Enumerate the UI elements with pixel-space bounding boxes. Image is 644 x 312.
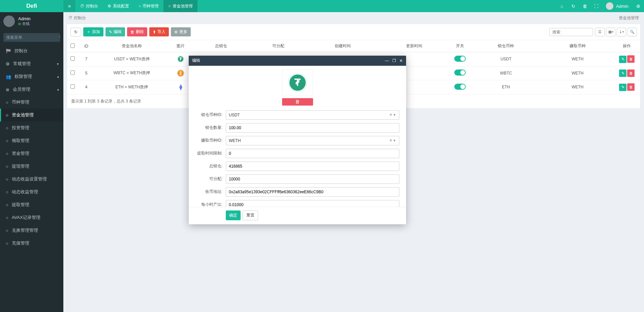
- table-header[interactable]: 开关: [450, 40, 470, 52]
- chevron-down-icon[interactable]: ▾: [393, 113, 396, 117]
- row-edit-button[interactable]: ✎: [619, 69, 626, 77]
- withdraw-limit-input[interactable]: [226, 149, 399, 158]
- table-search-input[interactable]: [549, 28, 593, 36]
- table-header[interactable]: 总锁仓: [192, 40, 250, 52]
- minimize-icon[interactable]: —: [385, 58, 389, 63]
- trash-icon[interactable]: 🗑: [579, 0, 590, 12]
- sidebar-item[interactable]: ○AVAX记录管理: [0, 211, 63, 224]
- top-nav: Defi ≡ ⏱控制台⚙系统配置○币种管理○资金池管理 ⌂ ↻ 🗑 ⛶ Admi…: [0, 0, 644, 12]
- maximize-icon[interactable]: ❐: [392, 58, 396, 63]
- settings-icon[interactable]: ⚙: [633, 0, 644, 12]
- breadcrumb-home[interactable]: 控制台: [74, 15, 86, 21]
- row-edit-button[interactable]: ✎: [619, 84, 626, 91]
- table-header[interactable]: 可分配: [250, 40, 307, 52]
- table-header[interactable]: 更新时间: [378, 40, 450, 52]
- image-delete-button[interactable]: 🗑: [282, 98, 313, 106]
- row-checkbox[interactable]: [70, 56, 75, 61]
- user-panel: Admin 在线: [0, 12, 63, 30]
- sidebar-item[interactable]: ○充值管理: [0, 237, 63, 250]
- row-switch[interactable]: [454, 69, 466, 76]
- row-delete-button[interactable]: 🗑: [627, 83, 635, 91]
- sidebar-item[interactable]: ○动态收益管理: [0, 186, 63, 198]
- top-nav-item[interactable]: ⚙系统配置: [103, 0, 134, 12]
- user-menu[interactable]: Admin: [602, 2, 633, 10]
- lock-amount-input[interactable]: [226, 123, 399, 133]
- home-icon[interactable]: ⌂: [556, 0, 568, 12]
- list-view-toggle[interactable]: ☰: [595, 28, 605, 36]
- modal-title: 编辑: [192, 58, 200, 63]
- table-header[interactable]: 图片: [169, 40, 192, 52]
- search-icon[interactable]: 🔍: [59, 33, 60, 42]
- sidebar-item[interactable]: ○动态收益设置管理: [0, 173, 63, 186]
- search-toggle[interactable]: 🔍: [627, 28, 637, 36]
- table-header[interactable]: 创建时间: [307, 40, 378, 52]
- hourly-output-input[interactable]: [226, 200, 399, 207]
- row-switch[interactable]: [454, 56, 466, 62]
- row-delete-button[interactable]: 🗑: [627, 55, 635, 63]
- field-label: 可分配:: [195, 176, 226, 182]
- menu-label: 领取管理: [12, 138, 29, 144]
- sidebar-search[interactable]: [3, 33, 59, 42]
- clear-icon[interactable]: ✕: [389, 138, 393, 143]
- table-header[interactable]: 资金池名称: [95, 40, 169, 52]
- sidebar-item[interactable]: ○资金管理: [0, 147, 63, 160]
- export-toggle[interactable]: ⤓▾: [617, 28, 626, 36]
- close-icon[interactable]: ✕: [399, 58, 403, 63]
- menu-icon: ○: [6, 202, 8, 207]
- table-header[interactable]: 锁仓币种: [470, 40, 542, 52]
- row-delete-button[interactable]: 🗑: [627, 69, 635, 77]
- lock-coin-select[interactable]: USDT ✕ ▾: [226, 110, 399, 120]
- sidebar-item[interactable]: ≣会员管理◂: [0, 83, 63, 96]
- total-lock-input[interactable]: [226, 162, 399, 171]
- sidebar-item[interactable]: ○投资管理: [0, 121, 63, 134]
- import-button[interactable]: ⬆导入: [149, 27, 169, 36]
- modal-header[interactable]: 编辑 — ❐ ✕: [189, 56, 406, 66]
- more-button[interactable]: ⚙更多: [171, 27, 191, 36]
- sidebar-item[interactable]: ○资金池管理: [0, 109, 63, 121]
- sidebar-item[interactable]: 👥权限管理◂: [0, 70, 63, 83]
- refresh-button[interactable]: ↻: [70, 28, 81, 36]
- row-switch[interactable]: [454, 84, 466, 90]
- table-header[interactable]: 操作: [613, 40, 640, 52]
- sidebar-item[interactable]: 🏁控制台: [0, 45, 63, 57]
- sidebar-item[interactable]: ⚙常规管理▾: [0, 57, 63, 70]
- fullscreen-icon[interactable]: ⛶: [590, 0, 602, 12]
- add-button[interactable]: ＋添加: [83, 27, 103, 36]
- top-nav-item[interactable]: ⏱控制台: [75, 0, 103, 12]
- chevron-down-icon[interactable]: ▾: [393, 138, 396, 143]
- menu-icon: ○: [6, 138, 8, 143]
- row-checkbox[interactable]: [70, 70, 75, 75]
- menu-icon: ○: [6, 113, 8, 118]
- top-nav-item[interactable]: ○币种管理: [134, 0, 163, 12]
- table-header[interactable]: 赚取币种: [542, 40, 613, 52]
- chevron-icon: ▾: [57, 62, 59, 66]
- edit-button[interactable]: ✎编辑: [105, 27, 125, 36]
- allocatable-input[interactable]: [226, 174, 399, 184]
- grid-view-toggle[interactable]: ▦▾: [606, 28, 615, 36]
- sidebar-item[interactable]: ○领取管理: [0, 134, 63, 147]
- sidebar-item[interactable]: ○提取管理: [0, 198, 63, 211]
- refresh-icon: ↻: [74, 30, 78, 34]
- sidebar-item[interactable]: ○币种管理: [0, 96, 63, 109]
- delete-button[interactable]: 🗑删除: [127, 27, 147, 36]
- brand-logo[interactable]: Defi: [0, 0, 63, 12]
- row-edit-button[interactable]: ✎: [619, 56, 626, 63]
- table-header[interactable]: [67, 40, 78, 52]
- select-all-checkbox[interactable]: [70, 44, 75, 48]
- cell-lock: WBTC: [470, 66, 542, 80]
- table-header[interactable]: ID: [78, 40, 95, 52]
- sidebar-item[interactable]: ○提现管理: [0, 160, 63, 173]
- receive-address-input[interactable]: [226, 187, 399, 197]
- sidebar-item[interactable]: ○兑换管理管理: [0, 224, 63, 237]
- earn-coin-select[interactable]: WETH ✕ ▾: [226, 136, 399, 145]
- refresh-icon[interactable]: ↻: [568, 0, 579, 12]
- row-checkbox[interactable]: [70, 84, 75, 89]
- menu-icon: ○: [6, 228, 8, 233]
- top-nav-item[interactable]: ○资金池管理: [163, 0, 197, 12]
- reset-button[interactable]: 重置: [243, 210, 258, 220]
- clear-icon[interactable]: ✕: [389, 113, 393, 117]
- pencil-icon: ✎: [109, 30, 112, 34]
- sidebar-toggle[interactable]: ≡: [63, 0, 75, 12]
- confirm-button[interactable]: 确定: [226, 210, 241, 220]
- trash-icon: 🗑: [295, 99, 300, 104]
